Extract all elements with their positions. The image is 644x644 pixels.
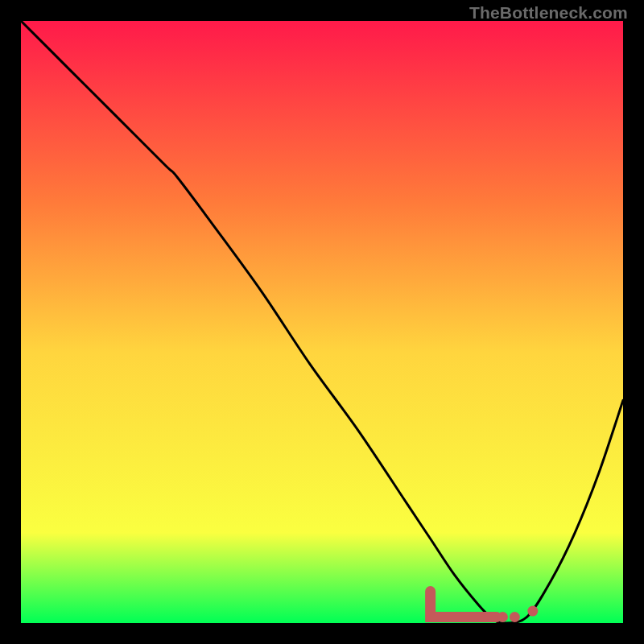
highlight-dot — [510, 612, 520, 622]
plot-area — [21, 21, 623, 623]
watermark-text: TheBottleneck.com — [469, 3, 628, 23]
chart-frame: TheBottleneck.com — [0, 0, 644, 644]
highlight-dot — [527, 606, 538, 617]
highlight-dot — [497, 612, 508, 622]
bottleneck-chart — [21, 21, 623, 623]
